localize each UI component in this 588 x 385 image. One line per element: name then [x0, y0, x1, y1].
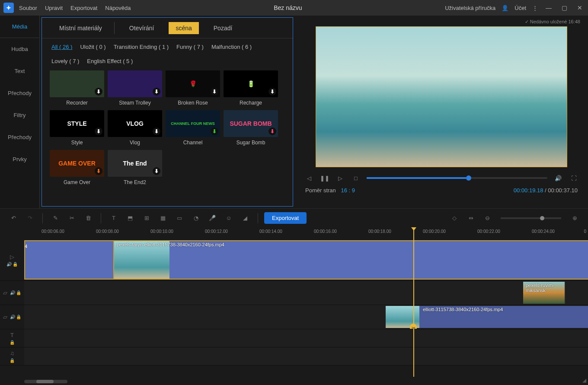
stop-button[interactable]: □ [351, 173, 361, 183]
export-button[interactable]: Exportovat [264, 212, 307, 224]
scrollbar-thumb[interactable] [36, 380, 54, 383]
sidebar-item-text[interactable]: Text [0, 60, 39, 82]
download-icon[interactable]: ⬇ [95, 167, 102, 175]
download-icon[interactable]: ⬇ [153, 88, 160, 95]
scene-thumb-vlog[interactable]: VLOG⬇Vlog [108, 110, 162, 146]
split-marker-icon[interactable]: ✂ [410, 324, 417, 329]
sidebar-item-media[interactable]: Média [0, 16, 39, 38]
more-icon[interactable]: ⋮ [532, 5, 538, 11]
menu-help[interactable]: Nápověda [105, 5, 131, 11]
volume-button[interactable]: 🔊 [553, 173, 563, 183]
menu-file[interactable]: Soubor [19, 5, 37, 11]
zoom-slider[interactable] [501, 217, 561, 219]
clip-filename: elliott-3115738-3840x2160-24fps.mp4 [423, 307, 503, 312]
audio-track[interactable]: ♫🔒 [0, 347, 588, 366]
tab-opening[interactable]: Otevírání [122, 22, 161, 34]
account-link[interactable]: Účet [514, 5, 526, 11]
face-button[interactable]: ☺ [222, 212, 235, 225]
mosaic-button[interactable]: ⊞ [140, 212, 153, 225]
playhead-handle[interactable] [411, 227, 416, 231]
scene-thumb-steam-trolley[interactable]: ⬇Steam Trolley [108, 70, 162, 106]
sidebar-item-music[interactable]: Hudba [0, 38, 39, 60]
tab-background[interactable]: Pozadí [207, 22, 240, 34]
video-preview[interactable] [316, 26, 567, 167]
scene-thumb-recorder[interactable]: ⬇Recorder [50, 70, 104, 106]
zoom-in-button[interactable]: ⊕ [568, 212, 581, 225]
tab-local[interactable]: Místní materiály [52, 22, 115, 34]
download-icon[interactable]: ⬇ [268, 127, 276, 135]
redo-button[interactable]: ↷ [23, 212, 36, 225]
sidebar-item-transitions[interactable]: Přechody [0, 82, 39, 104]
track-head-overlay2[interactable]: ▱🔊 🔒 [0, 305, 24, 329]
undo-button[interactable]: ↶ [7, 212, 20, 225]
scene-thumb-recharge[interactable]: 🔋⬇Recharge [224, 70, 278, 106]
scene-thumb-broken-rose[interactable]: 🌹⬇Broken Rose [166, 70, 220, 106]
horizontal-scrollbar[interactable] [24, 380, 67, 383]
overlay-track-1[interactable]: ▱🔊 🔒 pexels-ruvim-miksansk [0, 281, 588, 305]
pause-button[interactable]: ❚❚ [320, 173, 329, 183]
filter-all[interactable]: All ( 26 ) [51, 44, 72, 50]
voice-button[interactable]: 🎤 [206, 212, 219, 225]
scene-thumb-game-over[interactable]: GAME OVER⬇Game Over [50, 150, 104, 185]
resize-handle[interactable]: ◢ [582, 377, 586, 383]
close-button[interactable]: ✕ [575, 4, 585, 11]
text-tool[interactable]: T [107, 212, 120, 225]
marker-button[interactable]: ◇ [448, 212, 461, 225]
minimize-button[interactable]: — [544, 4, 553, 11]
video-track-1[interactable]: ▷ 🔊 🔒 4 pexels-taryn-elliott-3115738-384… [0, 239, 588, 281]
grid-button[interactable]: ▦ [157, 212, 169, 225]
fullscreen-button[interactable]: ⛶ [569, 173, 578, 183]
menu-export[interactable]: Exportovat [70, 5, 97, 11]
next-frame-button[interactable]: ▷ [336, 173, 345, 183]
sidebar-item-transitions2[interactable]: Přechody [0, 126, 39, 148]
color-button[interactable]: ◢ [239, 212, 252, 225]
filter-save[interactable]: Uložit ( 0 ) [80, 44, 105, 50]
overlay-clip-1[interactable]: pexels-ruvim-miksansk [523, 282, 566, 304]
filter-funny[interactable]: Funny ( 7 ) [176, 44, 204, 50]
filter-english-effect[interactable]: English Effect ( 5 ) [87, 58, 133, 64]
download-icon[interactable]: ⬇ [95, 127, 102, 135]
speed-button[interactable]: ◔ [189, 212, 202, 225]
delete-button[interactable]: 🗑 [82, 212, 95, 225]
scene-thumb-sugar-bomb[interactable]: SUGAR BOMB⬇Sugar Bomb [224, 110, 278, 146]
download-icon[interactable]: ⬇ [268, 88, 276, 95]
scene-thumb-the-end2[interactable]: The End⬇The End2 [108, 150, 162, 185]
overlay-track-2[interactable]: ▱🔊 🔒 elliott-3115738-3840x2160-24fps.mp4… [0, 305, 588, 329]
slider-thumb[interactable] [466, 175, 471, 181]
zoom-out-button[interactable]: ⊖ [481, 212, 494, 225]
split-button[interactable]: ✂ [65, 212, 78, 225]
crop-button[interactable]: ⬒ [124, 212, 137, 225]
maximize-button[interactable]: ▢ [559, 4, 569, 11]
playback-slider[interactable] [367, 177, 547, 179]
track-head-video[interactable]: ▷ 🔊 🔒 [0, 239, 24, 280]
scene-thumb-channel[interactable]: CHANNEL FOUR NEWS⬇Channel [166, 110, 220, 146]
filter-lovely[interactable]: Lovely ( 7 ) [51, 58, 79, 64]
track-head-overlay1[interactable]: ▱🔊 🔒 [0, 281, 24, 305]
filter-malfunction[interactable]: Malfunction ( 6 ) [211, 44, 252, 50]
pen-icon[interactable]: ✎ [49, 212, 62, 225]
aspect-ratio-value[interactable]: 16 : 9 [341, 187, 355, 194]
main-menu: Soubor Upravit Exportovat Nápověda [19, 5, 131, 11]
download-icon[interactable]: ⬇ [153, 167, 160, 175]
fit-button[interactable]: ⇔ [464, 212, 477, 225]
track-head-text[interactable]: T🔒 [0, 329, 24, 347]
time-ruler[interactable]: 00:00:06.0000:00:08.0000:00:10.0000:00:1… [24, 227, 588, 239]
menu-edit[interactable]: Upravit [45, 5, 63, 11]
zoom-thumb[interactable] [540, 216, 544, 220]
download-icon[interactable]: ⬇ [153, 127, 160, 135]
user-guide-link[interactable]: Uživatelská příručka [445, 5, 495, 11]
filter-transition-ending[interactable]: Transition Ending ( 1 ) [114, 44, 169, 50]
download-icon[interactable]: ⬇ [211, 127, 218, 135]
scene-thumb-style[interactable]: STYLE⬇Style [50, 110, 104, 146]
track-head-audio[interactable]: ♫🔒 [0, 347, 24, 365]
sidebar-item-elements[interactable]: Prvky [0, 148, 39, 170]
freeze-button[interactable]: ▭ [173, 212, 186, 225]
playhead[interactable] [413, 230, 414, 377]
sidebar-item-filters[interactable]: Filtry [0, 104, 39, 126]
download-icon[interactable]: ⬇ [211, 88, 218, 95]
video-clip-main[interactable]: pexels-taryn-elliott-3115738-3840x2160-2… [113, 240, 588, 280]
prev-frame-button[interactable]: ◁ [304, 173, 314, 183]
tab-scene[interactable]: scéna [169, 22, 198, 34]
download-icon[interactable]: ⬇ [95, 88, 102, 95]
text-track[interactable]: T🔒 [0, 329, 588, 347]
